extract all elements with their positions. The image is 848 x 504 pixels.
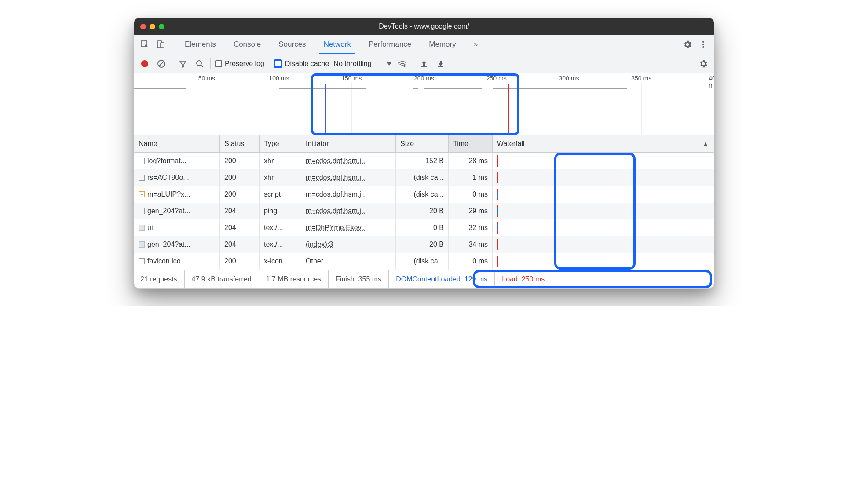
search-icon[interactable] (194, 58, 206, 70)
titlebar: DevTools - www.google.com/ (134, 18, 714, 35)
col-size[interactable]: Size (396, 135, 449, 152)
table-row[interactable]: gen_204?at...204pingm=cdos,dpf,hsm,j...2… (134, 203, 714, 219)
preserve-log-label: Preserve log (225, 60, 264, 68)
col-time[interactable]: Time (449, 135, 493, 152)
tab-elements[interactable]: Elements (177, 35, 224, 54)
cell-status: 204 (220, 203, 260, 219)
svg-point-10 (403, 65, 405, 66)
cell-size: (disk ca... (396, 253, 449, 270)
status-load: Load: 250 ms (495, 270, 552, 288)
resource-type-icon (139, 241, 145, 248)
col-type[interactable]: Type (260, 135, 301, 152)
cell-status: 200 (220, 186, 260, 203)
initiator-link[interactable]: (index):3 (306, 241, 333, 248)
preserve-log-checkbox[interactable]: Preserve log (215, 60, 264, 68)
col-initiator[interactable]: Initiator (301, 135, 396, 152)
table-header: Name Status Type Initiator Size Time Wat… (134, 135, 714, 153)
cell-time: 28 ms (449, 153, 493, 169)
col-status[interactable]: Status (220, 135, 260, 152)
cell-time: 0 ms (449, 186, 493, 203)
download-har-icon[interactable] (435, 58, 447, 70)
resource-type-icon (139, 191, 145, 197)
tabs-overflow-button[interactable]: » (466, 35, 486, 54)
svg-point-8 (197, 61, 201, 66)
svg-rect-2 (161, 43, 164, 48)
cell-waterfall (493, 169, 714, 186)
network-toolbar: Preserve log Disable cache No throttling (134, 54, 714, 73)
cell-type: x-icon (260, 253, 301, 270)
timeline-overview[interactable]: 50 ms100 ms150 ms200 ms250 ms300 ms350 m… (134, 73, 714, 135)
table-row[interactable]: m=aLUfP?x...200scriptm=cdos,dpf,hsm,j...… (134, 186, 714, 203)
table-row[interactable]: favicon.ico200x-iconOther(disk ca...0 ms (134, 253, 714, 270)
record-button[interactable] (139, 58, 151, 70)
device-toggle-icon[interactable] (154, 37, 168, 51)
cell-type: xhr (260, 153, 301, 169)
request-name: gen_204?at... (147, 241, 190, 248)
col-name[interactable]: Name (134, 135, 220, 152)
table-row[interactable]: log?format...200xhrm=cdos,dpf,hsm,j...15… (134, 153, 714, 169)
col-waterfall[interactable]: Waterfall▲ (493, 135, 714, 152)
throttling-select[interactable]: No throttling (333, 60, 391, 68)
cell-size: 0 B (396, 219, 449, 236)
requests-table: Name Status Type Initiator Size Time Wat… (134, 135, 714, 270)
filter-icon[interactable] (177, 58, 189, 70)
window-title: DevTools - www.google.com/ (379, 22, 469, 30)
cell-time: 32 ms (449, 219, 493, 236)
initiator-link[interactable]: m=cdos,dpf,hsm,j... (306, 207, 367, 215)
table-row[interactable]: rs=ACT90o...200xhrm=cdos,dpf,hsm,j...(di… (134, 169, 714, 186)
svg-point-5 (702, 46, 704, 48)
cell-time: 34 ms (449, 236, 493, 253)
timeline-tick: 100 ms (269, 75, 289, 82)
cell-size: (disk ca... (396, 186, 449, 203)
inspect-icon[interactable] (138, 37, 152, 51)
cell-type: xhr (260, 169, 301, 186)
table-row[interactable]: gen_204?at...204text/...(index):320 B34 … (134, 236, 714, 253)
tab-network[interactable]: Network (316, 35, 359, 54)
disable-cache-highlight (274, 59, 282, 68)
initiator-link[interactable]: m=DhPYme,Ekev... (306, 224, 367, 232)
cell-waterfall (493, 186, 714, 203)
initiator-link[interactable]: m=cdos,dpf,hsm,j... (306, 174, 367, 182)
window-controls (140, 24, 164, 29)
maximize-icon[interactable] (159, 24, 164, 29)
cell-status: 200 (220, 253, 260, 270)
upload-har-icon[interactable] (418, 58, 430, 70)
clear-icon[interactable] (155, 58, 168, 70)
tab-sources[interactable]: Sources (270, 35, 314, 54)
disable-cache-checkbox[interactable]: Disable cache (274, 59, 329, 68)
initiator-link[interactable]: m=cdos,dpf,hsm,j... (306, 190, 367, 198)
cell-status: 204 (220, 236, 260, 253)
tab-console[interactable]: Console (226, 35, 269, 54)
tab-memory[interactable]: Memory (421, 35, 464, 54)
disable-cache-label: Disable cache (285, 60, 329, 68)
status-finish: Finish: 355 ms (329, 270, 389, 288)
cell-waterfall (493, 253, 714, 270)
throttling-label: No throttling (333, 60, 371, 68)
tab-performance[interactable]: Performance (361, 35, 419, 54)
status-resources: 1.7 MB resources (259, 270, 329, 288)
svg-rect-11 (421, 66, 427, 67)
network-settings-icon[interactable] (697, 58, 709, 70)
cell-time: 29 ms (449, 203, 493, 219)
status-transferred: 47.9 kB transferred (185, 270, 259, 288)
network-conditions-icon[interactable] (396, 58, 409, 70)
cell-type: text/... (260, 219, 301, 236)
svg-point-3 (702, 41, 704, 43)
request-name: rs=ACT90o... (147, 174, 189, 182)
divider (172, 39, 172, 50)
resource-type-icon (139, 175, 145, 181)
devtools-window: DevTools - www.google.com/ ElementsConso… (134, 18, 714, 289)
cell-type: text/... (260, 236, 301, 253)
cell-waterfall (493, 219, 714, 236)
close-icon[interactable] (140, 24, 146, 29)
overview-highlight (311, 73, 519, 135)
svg-line-7 (159, 62, 164, 66)
settings-icon[interactable] (680, 37, 694, 51)
cell-waterfall (493, 153, 714, 169)
initiator-link[interactable]: m=cdos,dpf,hsm,j... (306, 157, 367, 165)
minimize-icon[interactable] (150, 24, 155, 29)
table-row[interactable]: ui204text/...m=DhPYme,Ekev...0 B32 ms (134, 219, 714, 236)
cell-size: 20 B (396, 203, 449, 219)
more-icon[interactable] (696, 37, 710, 51)
status-requests: 21 requests (140, 270, 185, 288)
